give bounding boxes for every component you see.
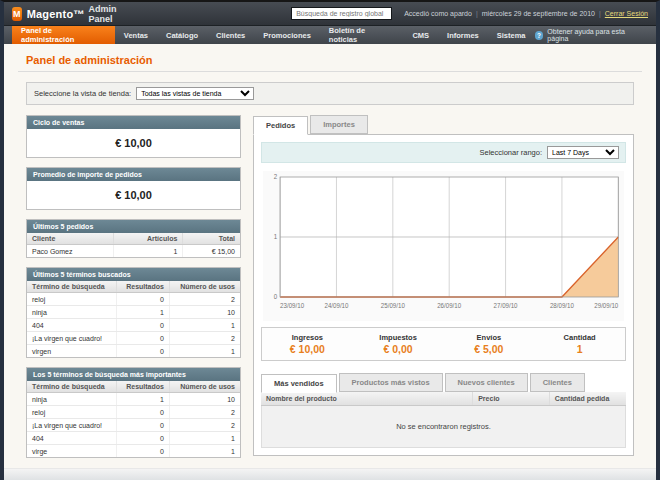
column-header: Precio bbox=[473, 392, 550, 406]
svg-text:29/09/10: 29/09/10 bbox=[594, 302, 618, 309]
chart-tabs: Pedidos Importes bbox=[253, 115, 634, 134]
svg-text:24/09/10: 24/09/10 bbox=[324, 302, 348, 309]
content-area: Panel de administración Seleccione la vi… bbox=[4, 44, 656, 468]
table-row[interactable]: virge 0 1 bbox=[27, 445, 240, 458]
main-nav: Panel de administración Ventas Catálogo … bbox=[4, 26, 656, 44]
logout-link[interactable]: Cerrar Sesión bbox=[605, 10, 648, 17]
empty-grid-message: No se encontraron registros. bbox=[261, 406, 626, 448]
lifetime-sales-value: € 10,00 bbox=[27, 129, 240, 157]
svg-text:2: 2 bbox=[274, 173, 278, 180]
card-title: Promedio de importe de pedidos bbox=[27, 168, 240, 181]
help-icon[interactable]: ? bbox=[535, 31, 544, 40]
svg-text:1: 1 bbox=[274, 233, 278, 240]
help-label: Obtener ayuda para esta página bbox=[547, 28, 646, 42]
column-header: Cantidad pedida bbox=[549, 392, 626, 406]
orders-chart-box: 23/09/1024/09/1025/09/1026/09/1027/09/10… bbox=[263, 171, 624, 321]
column-header: Número de usos bbox=[169, 281, 240, 293]
nav-item-catalog[interactable]: Catálogo bbox=[157, 26, 207, 44]
table-row[interactable]: virgen 0 1 bbox=[27, 345, 240, 358]
last-search-terms-card: Últimos 5 términos buscados Término de b… bbox=[26, 267, 241, 358]
lifetime-sales-card: Ciclo de ventas € 10,00 bbox=[26, 115, 241, 158]
global-search-input[interactable] bbox=[291, 7, 392, 20]
total-quantity: Cantidad 1 bbox=[534, 333, 625, 355]
svg-text:28/09/10: 28/09/10 bbox=[550, 302, 574, 309]
table-row[interactable]: ¡La virgen que cuadro! 0 2 bbox=[27, 419, 240, 432]
nav-item-promotions[interactable]: Promociones bbox=[254, 26, 320, 44]
top-search-terms-card: Los 5 términos de búsqueda más important… bbox=[26, 367, 241, 458]
window-chrome-bottom bbox=[4, 468, 656, 480]
app-window: M Magento™ Admin Panel Accedió como apar… bbox=[0, 0, 660, 480]
grid-tabs: Más vendidos Productos más vistos Nuevos… bbox=[261, 373, 626, 392]
logged-in-as: Accedió como apardo bbox=[404, 10, 472, 17]
logo-text: Magento™ bbox=[27, 8, 85, 20]
table-row[interactable]: reloj 0 2 bbox=[27, 293, 240, 306]
column-header: Término de búsqueda bbox=[27, 381, 117, 393]
sidebar-stats: Ciclo de ventas € 10,00 Promedio de impo… bbox=[26, 115, 241, 467]
table-row[interactable]: reloj 0 2 bbox=[27, 406, 240, 419]
nav-item-sales[interactable]: Ventas bbox=[115, 26, 157, 44]
svg-text:26/09/10: 26/09/10 bbox=[437, 302, 461, 309]
page-title: Panel de administración bbox=[18, 52, 642, 72]
column-header: Término de búsqueda bbox=[27, 281, 117, 293]
nav-item-cms[interactable]: CMS bbox=[403, 26, 438, 44]
average-orders-value: € 10,00 bbox=[27, 181, 240, 209]
dashboard-panel: Pedidos Importes Seleccionar rango: Last… bbox=[253, 115, 634, 467]
header-bar: M Magento™ Admin Panel Accedió como apar… bbox=[4, 2, 656, 26]
card-title: Últimos 5 pedidos bbox=[27, 220, 240, 233]
orders-panel: Seleccionar rango: Last 7 Days 23/09/102… bbox=[253, 134, 634, 456]
nav-item-newsletter[interactable]: Boletín de noticias bbox=[320, 26, 404, 44]
separator: | bbox=[476, 10, 478, 17]
nav-item-customers[interactable]: Clientes bbox=[207, 26, 254, 44]
card-title: Últimos 5 términos buscados bbox=[27, 268, 240, 281]
bestsellers-grid: Nombre del producto Precio Cantidad pedi… bbox=[261, 392, 626, 406]
column-header: Resultados bbox=[117, 381, 170, 393]
tab-customers[interactable]: Clientes bbox=[530, 373, 585, 392]
logo-suffix: Admin Panel bbox=[89, 4, 127, 24]
table-row[interactable]: ninja 1 10 bbox=[27, 306, 240, 319]
column-header: Cliente bbox=[27, 233, 113, 245]
total-tax: Impuestos € 0,00 bbox=[353, 333, 444, 355]
column-header: Nombre del producto bbox=[261, 392, 473, 406]
column-header: Resultados bbox=[117, 281, 170, 293]
tab-orders[interactable]: Pedidos bbox=[253, 116, 308, 135]
current-date: miércoles 29 de septiembre de 2010 bbox=[482, 10, 595, 17]
card-title: Los 5 términos de búsqueda más important… bbox=[27, 368, 240, 381]
help-area[interactable]: ? Obtener ayuda para esta página bbox=[535, 26, 656, 44]
nav-item-system[interactable]: Sistema bbox=[488, 26, 535, 44]
magento-logo-icon: M bbox=[12, 7, 22, 21]
tab-most-viewed[interactable]: Productos más vistos bbox=[339, 373, 443, 392]
table-row[interactable]: ¡La virgen que cuadro! 0 2 bbox=[27, 332, 240, 345]
tab-amounts[interactable]: Importes bbox=[310, 115, 368, 134]
tab-bestsellers[interactable]: Más vendidos bbox=[261, 374, 337, 393]
user-info: Accedió como apardo | miércoles 29 de se… bbox=[404, 10, 648, 17]
tab-new-customers[interactable]: Nuevos clientes bbox=[445, 373, 528, 392]
totals-bar: Ingresos € 10,00 Impuestos € 0,00 Envíos… bbox=[261, 327, 626, 361]
store-view-bar: Seleccione la vista de tienda: Todas las… bbox=[26, 82, 634, 105]
svg-text:25/09/10: 25/09/10 bbox=[381, 302, 405, 309]
nav-item-reports[interactable]: Informes bbox=[438, 26, 488, 44]
nav-item-dashboard[interactable]: Panel de administración bbox=[12, 26, 115, 44]
svg-text:0: 0 bbox=[274, 293, 278, 300]
table-row[interactable]: Paco Gomez 1 € 15,00 bbox=[27, 245, 240, 258]
orders-chart: 23/09/1024/09/1025/09/1026/09/1027/09/10… bbox=[263, 171, 624, 321]
table-row[interactable]: ninja 1 10 bbox=[27, 393, 240, 406]
total-revenue: Ingresos € 10,00 bbox=[262, 333, 353, 355]
store-view-label: Seleccione la vista de tienda: bbox=[34, 89, 131, 98]
range-select[interactable]: Last 7 Days bbox=[547, 146, 619, 159]
range-label: Seleccionar rango: bbox=[479, 148, 542, 157]
table-row[interactable]: 404 0 1 bbox=[27, 319, 240, 332]
average-orders-card: Promedio de importe de pedidos € 10,00 bbox=[26, 167, 241, 210]
table-row[interactable]: 404 0 1 bbox=[27, 432, 240, 445]
last-orders-card: Últimos 5 pedidos Cliente Artículos Tota… bbox=[26, 219, 241, 258]
separator: | bbox=[599, 10, 601, 17]
store-view-select[interactable]: Todas las vistas de tienda bbox=[136, 87, 254, 100]
column-header: Número de usos bbox=[169, 381, 240, 393]
column-header: Artículos bbox=[113, 233, 183, 245]
card-title: Ciclo de ventas bbox=[27, 116, 240, 129]
column-header: Total bbox=[183, 233, 240, 245]
range-bar: Seleccionar rango: Last 7 Days bbox=[261, 142, 626, 163]
svg-text:23/09/10: 23/09/10 bbox=[280, 302, 304, 309]
total-shipping: Envíos € 5,00 bbox=[444, 333, 535, 355]
svg-text:27/09/10: 27/09/10 bbox=[494, 302, 518, 309]
